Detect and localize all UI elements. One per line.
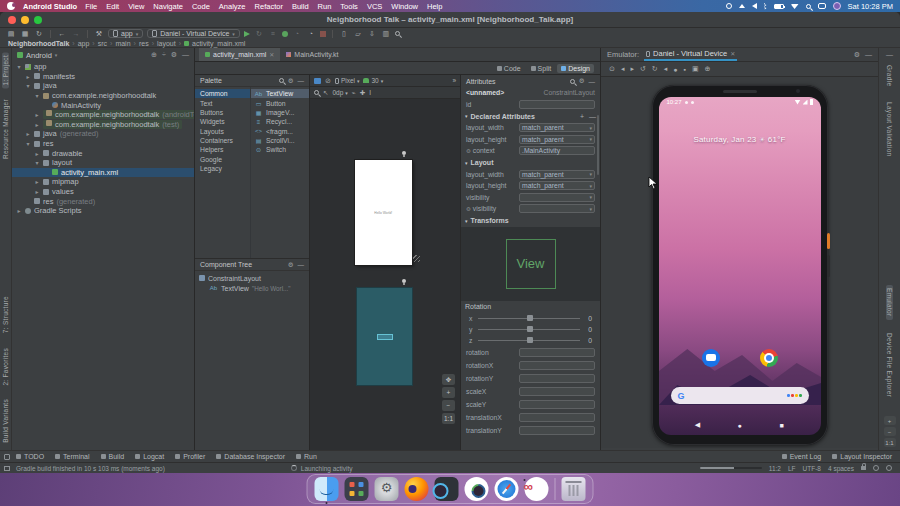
close-window-button[interactable] [8,16,16,24]
visibility-select[interactable]: ▾ [519,193,595,202]
component-constraintlayout[interactable]: ConstraintLayout [199,273,305,283]
caret-position[interactable]: 11:2 [769,465,781,472]
status-icon[interactable] [4,466,10,471]
menu-item-10[interactable]: VCS [367,2,382,11]
tree-item-res-generated[interactable]: res(generated) [12,196,194,206]
scrollbar[interactable] [597,115,599,175]
menu-item-3[interactable]: Navigate [153,2,183,11]
back-icon[interactable]: ← [57,29,67,39]
nav-back-button[interactable]: ◀ [693,421,703,429]
toolstrip-favorites[interactable]: 2: Favorites [2,345,9,389]
minimize-window-button[interactable] [21,16,29,24]
tree-item-values[interactable]: ▸values [12,187,194,197]
tree-item-gradle-scripts[interactable]: ▸Gradle Scripts [12,206,194,216]
volume-button[interactable] [827,255,830,277]
volume-up-icon[interactable]: ▸ [630,65,634,73]
open-icon[interactable]: ▤ [6,29,16,39]
tree-item-layout[interactable]: ▾layout [12,158,194,168]
tree-item-java[interactable]: ▾java [12,81,194,91]
volume-icon[interactable] [752,3,757,9]
palette-category-8[interactable]: Legacy [195,164,250,173]
zoom-in-button[interactable]: + [884,416,896,425]
toolstrip-gradle[interactable]: Gradle [886,62,893,89]
apple-menu-icon[interactable] [7,2,15,10]
layout-height-select[interactable]: match_parent▾ [519,135,595,144]
translationx-input[interactable] [519,413,595,422]
gear-icon[interactable]: ⚙ [854,51,860,59]
menu-item-0[interactable]: File [85,2,97,11]
screenshot-icon[interactable]: ▣ [692,65,699,73]
hide-panel-icon[interactable]: — [589,78,596,85]
layout-width-select[interactable]: match_parent▾ [519,123,595,132]
zoom-in-button[interactable]: + [442,387,455,398]
menu-item-6[interactable]: Refactor [255,2,283,11]
spotlight-icon[interactable] [806,4,811,9]
tree-item-drawable[interactable]: ▸drawable [12,148,194,158]
layout-height-select[interactable]: match_parent▾ [519,181,595,190]
dock-finder-icon[interactable] [315,477,339,501]
snapshots-icon[interactable]: ⊕ [705,65,711,73]
forward-icon[interactable]: → [71,29,81,39]
apply-code-changes-icon[interactable]: ≡ [268,29,278,39]
overview-icon[interactable]: ▪ [683,66,685,73]
palette-category-3[interactable]: Widgets [195,117,250,126]
hide-panel-icon[interactable]: — [298,77,305,84]
menu-app-name[interactable]: Android Studio [23,2,77,11]
palette-category-1[interactable]: Text [195,98,250,107]
dock-media-app-icon[interactable] [525,477,549,501]
add-attribute-button[interactable]: + [580,113,584,120]
search-icon[interactable] [570,79,575,84]
design-surface-icon[interactable] [314,78,321,84]
blueprint-preview[interactable] [357,288,412,385]
tree-item-package[interactable]: ▾com.example.neighborhoodtalk [12,91,194,101]
sdk-manager-icon[interactable]: ⇩ [367,29,377,39]
palette-item-scrollview[interactable]: ▤ScrollVi... [251,136,309,145]
battery-icon[interactable] [774,4,784,9]
search-icon[interactable] [279,78,284,83]
slider-thumb[interactable] [527,315,533,321]
maximize-window-button[interactable] [34,16,42,24]
declared-attributes-section[interactable]: ▾Declared Attributes +— [461,110,600,122]
zoom-fit-button[interactable]: 1:1 [442,413,455,424]
context-value[interactable]: .MainActivity [519,146,595,155]
file-encoding[interactable]: UTF-8 [803,465,821,472]
tree-item-mipmap[interactable]: ▸mipmap [12,177,194,187]
tree-item-activity-main[interactable]: activity_main.xml [12,168,194,178]
pan-hand-icon[interactable]: ✥ [442,374,455,385]
virtual-phone[interactable]: 10:27 Saturday, Jan 23 ☀ 61° [652,85,828,445]
toolstrip-structure[interactable]: 7: Structure [2,293,9,336]
toolstrip-build-variants[interactable]: Build Variants [2,396,9,446]
debug-button[interactable] [282,31,288,37]
project-view-selector[interactable]: Android [26,51,52,60]
toolwindow-profiler[interactable]: Profiler [175,453,205,460]
run-button[interactable] [244,31,250,37]
at-a-glance-widget[interactable]: Saturday, Jan 23 ☀ 61°F [659,135,821,144]
breadcrumb-item[interactable]: res [139,40,149,47]
rotationx-input[interactable] [519,361,595,370]
slider-track[interactable] [478,340,580,341]
menu-item-2[interactable]: View [128,2,144,11]
remove-attribute-button[interactable]: — [589,113,596,120]
dock-screen-tool-icon[interactable] [435,477,459,501]
record-icon[interactable] [726,3,732,9]
locate-file-icon[interactable]: ⊕ [151,51,157,59]
slider-track[interactable] [478,318,580,319]
tree-item-res[interactable]: ▾res [12,139,194,149]
palette-item-fragment[interactable]: <><fragm... [251,127,309,136]
tab-mainactivity-kt[interactable]: MainActivity.kt [280,48,344,61]
tree-item-package-test[interactable]: ▸com.example.neighborhoodtalk(test) [12,120,194,130]
rotate-right-icon[interactable]: ↻ [652,65,658,73]
zoom-out-button[interactable]: − [884,427,896,436]
toolwindow-build[interactable]: Build [101,453,125,460]
collapse-all-icon[interactable]: ÷ [162,51,166,59]
scalex-input[interactable] [519,387,595,396]
menubar-clock[interactable]: Sat 10:28 PM [848,2,893,11]
hide-panel-icon[interactable]: — [298,261,305,268]
breadcrumb-item[interactable]: activity_main.xml [192,40,245,47]
nav-overview-button[interactable]: ■ [777,422,787,429]
overflow-icon[interactable]: » [452,77,456,84]
zoom-out-button[interactable]: − [442,400,455,411]
gradle-sync-icon[interactable] [886,465,892,471]
toolstrip-layout-validation[interactable]: Layout Validation [886,99,893,160]
chrome-app-icon[interactable] [760,349,778,367]
